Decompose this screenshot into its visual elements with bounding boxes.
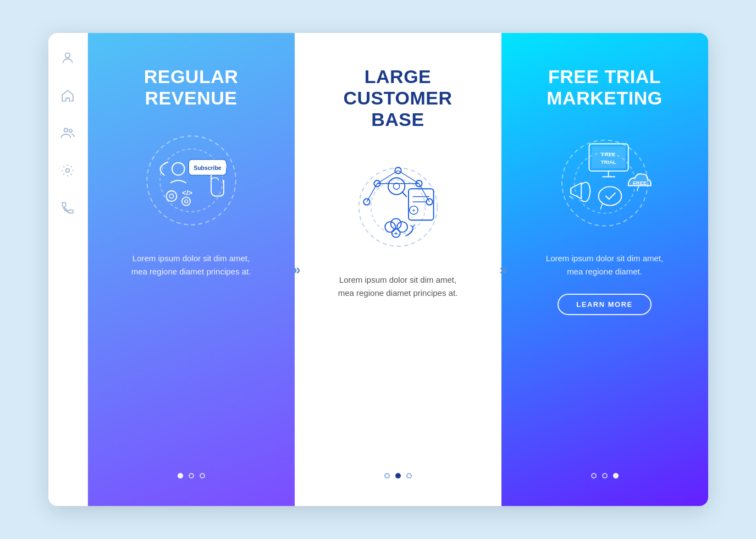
card-free-trial-marketing: FREE TRIAL MARKETING FREE TRIAL bbox=[501, 33, 708, 506]
svg-point-36 bbox=[390, 219, 401, 229]
dot-2-1[interactable] bbox=[384, 473, 390, 479]
cards-container: REGULAR REVENUE Subscribe bbox=[88, 33, 708, 506]
card-1-illustration: Subscribe </> bbox=[136, 125, 246, 235]
card-3-description: Lorem ipsum dolor sit dim amet, mea regi… bbox=[539, 252, 671, 278]
card-2-title: LARGE CUSTOMER BASE bbox=[317, 66, 479, 130]
dot-3-3[interactable] bbox=[613, 473, 619, 479]
svg-line-28 bbox=[402, 192, 406, 197]
svg-text:FREE: FREE bbox=[632, 180, 646, 186]
dot-1-3[interactable] bbox=[200, 473, 205, 479]
chevron-2: » bbox=[494, 260, 514, 279]
svg-point-27 bbox=[393, 183, 399, 189]
svg-text:TRIAL: TRIAL bbox=[600, 159, 616, 165]
dot-1-2[interactable] bbox=[189, 473, 194, 479]
dot-2-2[interactable] bbox=[395, 473, 401, 479]
card-3-dots bbox=[591, 473, 619, 484]
svg-point-3 bbox=[66, 169, 70, 173]
card-1-dots bbox=[178, 473, 205, 484]
card-1-title: REGULAR REVENUE bbox=[110, 66, 273, 109]
card-2-dots bbox=[384, 473, 412, 484]
svg-point-10 bbox=[169, 194, 174, 199]
dot-2-3[interactable] bbox=[406, 473, 412, 479]
chevron-1: » bbox=[287, 260, 307, 279]
svg-point-49 bbox=[598, 187, 621, 206]
main-container: REGULAR REVENUE Subscribe bbox=[48, 33, 708, 506]
svg-line-48 bbox=[569, 196, 573, 199]
svg-point-12 bbox=[184, 200, 187, 203]
sidebar-icon-phone[interactable] bbox=[59, 199, 76, 217]
svg-point-0 bbox=[65, 53, 70, 58]
sidebar-icon-settings[interactable] bbox=[59, 162, 76, 179]
card-2-illustration: + + bbox=[343, 147, 453, 257]
svg-point-15 bbox=[371, 180, 425, 234]
card-3-illustration: FREE TRIAL FREE bbox=[550, 125, 660, 235]
card-3-title: FREE TRIAL MARKETING bbox=[523, 66, 686, 109]
dot-3-1[interactable] bbox=[591, 473, 597, 479]
card-2-description: Lorem ipsum dolor sit dim amet, mea regi… bbox=[332, 273, 464, 300]
svg-text:+: + bbox=[412, 207, 415, 213]
svg-point-2 bbox=[69, 129, 72, 132]
card-regular-revenue: REGULAR REVENUE Subscribe bbox=[88, 33, 295, 506]
sidebar-icon-user[interactable] bbox=[59, 50, 76, 67]
svg-text:+: + bbox=[394, 230, 398, 237]
svg-text:FREE: FREE bbox=[601, 151, 615, 157]
svg-line-51 bbox=[637, 186, 638, 191]
dot-3-2[interactable] bbox=[602, 473, 608, 479]
svg-point-11 bbox=[181, 197, 190, 206]
card-1-description: Lorem ipsum dolor sit dim amet, mea regi… bbox=[125, 252, 257, 278]
learn-more-button[interactable]: LEARN MORE bbox=[558, 294, 651, 315]
card-large-customer-base: LARGE CUSTOMER BASE bbox=[295, 33, 501, 506]
svg-point-1 bbox=[64, 128, 68, 132]
sidebar bbox=[48, 33, 88, 506]
sidebar-icon-group[interactable] bbox=[59, 124, 76, 142]
svg-point-8 bbox=[172, 163, 184, 175]
svg-point-9 bbox=[166, 191, 176, 201]
dot-1-1[interactable] bbox=[178, 473, 183, 479]
sidebar-icon-home[interactable] bbox=[59, 87, 76, 105]
svg-text:</>: </> bbox=[181, 189, 192, 197]
svg-point-5 bbox=[160, 149, 223, 212]
svg-text:Subscribe: Subscribe bbox=[194, 165, 222, 171]
